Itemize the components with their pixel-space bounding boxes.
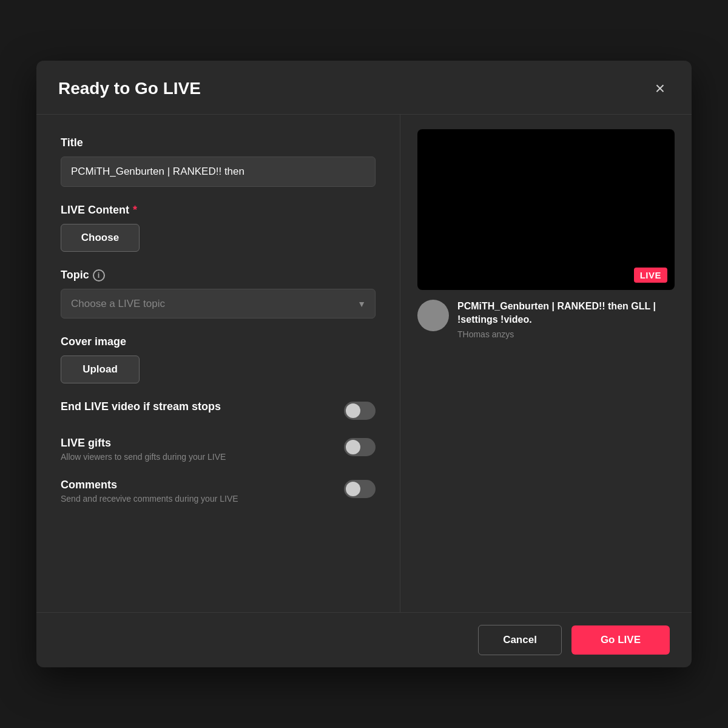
end-live-slider: [344, 402, 376, 420]
modal-title: Ready to Go LIVE: [58, 79, 201, 98]
preview-username: THomas anzys: [457, 329, 675, 339]
live-gifts-slider: [344, 438, 376, 456]
end-live-toggle-text: End LIVE video if stream stops: [61, 400, 344, 416]
live-content-field-group: LIVE Content * Choose: [61, 204, 376, 252]
live-gifts-sublabel: Allow viewers to send gifts during your …: [61, 452, 332, 462]
comments-label: Comments: [61, 479, 332, 491]
end-live-toggle[interactable]: [344, 402, 376, 420]
preview-stream-title: PCMiTH_Genburten | RANKED!! then GLL | !…: [457, 300, 675, 327]
live-gifts-label: LIVE gifts: [61, 437, 332, 450]
title-input[interactable]: [61, 157, 376, 187]
topic-select[interactable]: Choose a LIVE topic: [61, 289, 376, 318]
end-live-toggle-row: End LIVE video if stream stops: [61, 400, 376, 420]
comments-toggle[interactable]: [344, 480, 376, 498]
comments-sublabel: Send and recevive comments during your L…: [61, 494, 332, 504]
comments-toggle-text: Comments Send and recevive comments duri…: [61, 479, 344, 504]
comments-toggle-row: Comments Send and recevive comments duri…: [61, 479, 376, 504]
modal-body: Title LIVE Content * Choose Topic i: [36, 115, 692, 612]
cover-image-label: Cover image: [61, 335, 376, 348]
modal-header: Ready to Go LIVE ×: [36, 61, 692, 115]
live-gifts-toggle-row: LIVE gifts Allow viewers to send gifts d…: [61, 437, 376, 462]
topic-field-group: Topic i Choose a LIVE topic ▼: [61, 269, 376, 318]
cancel-button[interactable]: Cancel: [478, 625, 562, 655]
upload-button[interactable]: Upload: [61, 356, 140, 383]
modal-footer: Cancel Go LIVE: [36, 612, 692, 667]
title-field-group: Title: [61, 136, 376, 187]
end-live-label: End LIVE video if stream stops: [61, 400, 332, 413]
ready-to-go-live-modal: Ready to Go LIVE × Title LIVE Content * …: [36, 61, 692, 667]
go-live-button[interactable]: Go LIVE: [571, 625, 670, 655]
topic-select-wrapper: Choose a LIVE topic ▼: [61, 289, 376, 318]
close-button[interactable]: ×: [650, 78, 670, 99]
topic-label: Topic i: [61, 269, 376, 281]
preview-info: PCMiTH_Genburten | RANKED!! then GLL | !…: [417, 300, 675, 339]
cover-image-field-group: Cover image Upload: [61, 335, 376, 383]
comments-slider: [344, 480, 376, 498]
live-gifts-toggle-text: LIVE gifts Allow viewers to send gifts d…: [61, 437, 344, 462]
left-panel: Title LIVE Content * Choose Topic i: [36, 115, 400, 612]
choose-content-button[interactable]: Choose: [61, 224, 140, 252]
preview-video: LIVE: [417, 129, 675, 290]
avatar: [417, 300, 449, 331]
right-panel: LIVE PCMiTH_Genburten | RANKED!! then GL…: [400, 115, 692, 612]
preview-text-block: PCMiTH_Genburten | RANKED!! then GLL | !…: [457, 300, 675, 339]
required-asterisk: *: [133, 204, 137, 217]
live-gifts-toggle[interactable]: [344, 438, 376, 456]
live-content-label: LIVE Content *: [61, 204, 376, 217]
topic-info-icon: i: [93, 269, 105, 281]
live-badge: LIVE: [634, 268, 667, 283]
title-label: Title: [61, 136, 376, 149]
